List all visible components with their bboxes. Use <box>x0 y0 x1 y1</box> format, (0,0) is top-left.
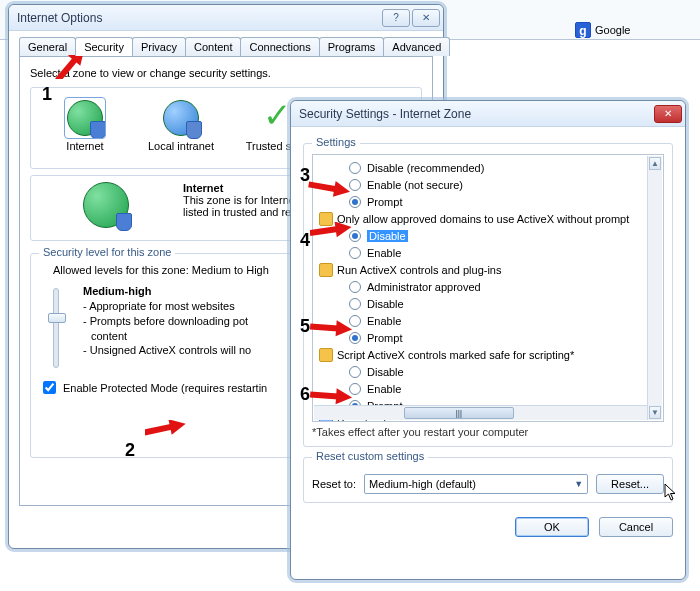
head-script-safe: Script ActiveX controls marked safe for … <box>317 346 659 363</box>
opt-enable-2[interactable]: Enable <box>317 312 659 329</box>
tab-privacy[interactable]: Privacy <box>132 37 186 56</box>
internet-options-titlebar[interactable]: Internet Options ? ✕ <box>9 5 443 31</box>
close-button[interactable]: ✕ <box>412 9 440 27</box>
scrollbar-thumb[interactable]: Ⅲ <box>404 407 514 419</box>
restart-note: *Takes effect after you restart your com… <box>312 426 664 438</box>
level-bullet-3: Unsigned ActiveX controls will no <box>90 344 251 356</box>
radio-icon[interactable] <box>349 179 361 191</box>
radio-icon[interactable] <box>349 196 361 208</box>
head-only-approved-domains: Only allow approved domains to use Activ… <box>317 210 659 227</box>
tab-general[interactable]: General <box>19 37 76 56</box>
intranet-icon <box>163 100 199 136</box>
protected-mode-label: Enable Protected Mode (requires restarti… <box>63 382 267 394</box>
security-settings-list[interactable]: Disable (recommended) Enable (not secure… <box>312 154 664 422</box>
radio-icon[interactable] <box>349 315 361 327</box>
security-level-label: Security level for this zone <box>39 246 175 258</box>
radio-icon[interactable] <box>349 298 361 310</box>
radio-icon[interactable] <box>349 281 361 293</box>
opt-enable-3[interactable]: Enable <box>317 380 659 397</box>
slider-thumb[interactable] <box>48 313 66 323</box>
zone-internet-label: Internet <box>66 140 103 152</box>
globe-icon <box>67 100 103 136</box>
internet-options-title: Internet Options <box>17 11 380 25</box>
shield-icon <box>90 121 106 139</box>
tab-programs[interactable]: Programs <box>319 37 385 56</box>
zone-instruction: Select a zone to view or change security… <box>30 67 422 79</box>
vertical-scrollbar[interactable]: ▲ ▼ <box>647 156 662 420</box>
reset-combo-value: Medium-high (default) <box>369 478 476 490</box>
protected-mode-checkbox[interactable] <box>43 381 56 394</box>
reset-group-label: Reset custom settings <box>312 450 428 462</box>
tab-content[interactable]: Content <box>185 37 242 56</box>
reset-button[interactable]: Reset... <box>596 474 664 494</box>
horizontal-scrollbar[interactable]: Ⅲ <box>314 405 647 420</box>
scroll-down-arrow[interactable]: ▼ <box>649 406 661 419</box>
radio-icon[interactable] <box>349 247 361 259</box>
opt-disable-2[interactable]: Disable <box>317 295 659 312</box>
reset-to-label: Reset to: <box>312 478 356 490</box>
big-globe-icon <box>83 182 129 228</box>
settings-group-label: Settings <box>312 136 360 148</box>
opt-disable-recommended[interactable]: Disable (recommended) <box>317 159 659 176</box>
radio-icon[interactable] <box>349 230 361 242</box>
google-search-box[interactable]: g Google <box>575 22 630 38</box>
opt-enable-not-secure[interactable]: Enable (not secure) <box>317 176 659 193</box>
head-run-activex: Run ActiveX controls and plug-ins <box>317 261 659 278</box>
tab-connections[interactable]: Connections <box>240 37 319 56</box>
security-settings-cancel-button[interactable]: Cancel <box>599 517 673 537</box>
opt-disable-1[interactable]: Disable <box>317 227 659 244</box>
zone-local-label: Local intranet <box>148 140 214 152</box>
chevron-down-icon: ▼ <box>574 479 583 489</box>
tab-security[interactable]: Security <box>75 37 133 56</box>
security-settings-window: Security Settings - Internet Zone ✕ Sett… <box>290 100 686 580</box>
security-settings-titlebar[interactable]: Security Settings - Internet Zone ✕ <box>291 101 685 127</box>
tab-advanced[interactable]: Advanced <box>383 37 450 56</box>
opt-enable-1[interactable]: Enable <box>317 244 659 261</box>
level-bullet-2: Prompts before downloading pot <box>90 315 248 327</box>
opt-disable-3[interactable]: Disable <box>317 363 659 380</box>
opt-prompt-2[interactable]: Prompt <box>317 329 659 346</box>
activex-icon <box>319 263 333 277</box>
security-settings-title: Security Settings - Internet Zone <box>299 107 652 121</box>
scroll-up-arrow[interactable]: ▲ <box>649 157 661 170</box>
opt-admin-approved[interactable]: Administrator approved <box>317 278 659 295</box>
level-bullet-1: Appropriate for most websites <box>89 300 235 312</box>
security-slider[interactable] <box>53 288 59 368</box>
selected-highlight: Disable <box>367 230 408 242</box>
level-bullet-2-suffix: content <box>91 329 251 344</box>
radio-icon[interactable] <box>349 162 361 174</box>
zone-internet[interactable]: Internet <box>49 100 121 152</box>
activex-icon <box>319 348 333 362</box>
monitor-overlay-icon <box>186 121 202 139</box>
level-name: Medium-high <box>83 284 251 299</box>
zone-local-intranet[interactable]: Local intranet <box>145 100 217 152</box>
radio-icon[interactable] <box>349 332 361 344</box>
help-button[interactable]: ? <box>382 9 410 27</box>
google-icon: g <box>575 22 591 38</box>
opt-prompt-1[interactable]: Prompt <box>317 193 659 210</box>
shield-icon <box>116 213 132 231</box>
tab-strip: General Security Privacy Content Connect… <box>9 31 443 56</box>
security-settings-ok-button[interactable]: OK <box>515 517 589 537</box>
activex-icon <box>319 212 333 226</box>
close-button[interactable]: ✕ <box>654 105 682 123</box>
reset-combo[interactable]: Medium-high (default) ▼ <box>364 474 588 494</box>
radio-icon[interactable] <box>349 366 361 378</box>
google-label: Google <box>595 24 630 36</box>
radio-icon[interactable] <box>349 383 361 395</box>
